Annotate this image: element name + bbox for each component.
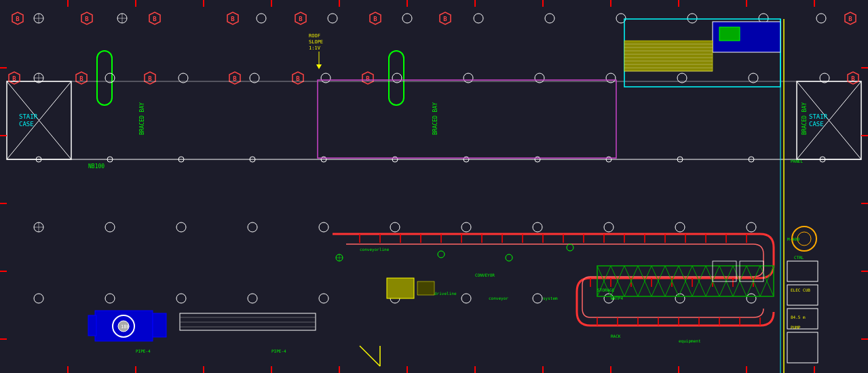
svg-text:180: 180 <box>121 324 130 330</box>
svg-text:BRACED BAY: BRACED BAY <box>801 102 808 135</box>
svg-text:ROOF: ROOF <box>309 33 320 39</box>
svg-text:B: B <box>79 75 83 82</box>
svg-text:1:1V: 1:1V <box>309 45 321 51</box>
svg-text:B: B <box>296 75 300 82</box>
svg-text:84.5 m: 84.5 m <box>791 315 806 319</box>
svg-rect-98 <box>719 27 740 41</box>
svg-text:PIPE-4: PIPE-4 <box>136 349 151 353</box>
svg-text:RACK: RACK <box>611 334 621 338</box>
svg-rect-209 <box>153 313 166 337</box>
svg-text:B: B <box>153 16 157 22</box>
svg-text:CASE: CASE <box>19 121 34 127</box>
svg-text:B: B <box>366 75 370 82</box>
svg-text:B: B <box>848 16 852 22</box>
svg-text:driveline: driveline <box>434 291 457 296</box>
svg-text:SLOPE: SLOPE <box>309 39 323 45</box>
svg-rect-210 <box>88 315 96 336</box>
svg-text:B: B <box>12 75 16 82</box>
svg-text:system: system <box>543 296 558 301</box>
svg-text:B: B <box>16 16 20 22</box>
svg-text:conveyor: conveyor <box>489 296 508 301</box>
svg-text:B: B <box>299 16 303 22</box>
svg-text:BRACED BAY: BRACED BAY <box>432 102 438 135</box>
svg-text:STORAGE: STORAGE <box>597 288 615 292</box>
svg-text:conveyorline: conveyorline <box>360 247 390 252</box>
svg-text:NB100: NB100 <box>88 163 105 170</box>
svg-text:M-400: M-400 <box>787 237 799 241</box>
svg-text:CASE: CASE <box>809 121 824 127</box>
svg-rect-99 <box>624 41 713 71</box>
svg-text:equipment: equipment <box>679 338 701 344</box>
svg-text:B: B <box>373 16 377 22</box>
svg-text:BRACED BAY: BRACED BAY <box>139 102 145 135</box>
svg-text:B: B <box>148 75 152 82</box>
svg-text:PUMP: PUMP <box>791 325 801 330</box>
svg-rect-218 <box>387 278 414 298</box>
svg-text:STAIR: STAIR <box>809 113 828 120</box>
svg-text:B: B <box>443 16 447 22</box>
svg-rect-219 <box>417 281 434 295</box>
svg-text:ELEC CUB: ELEC CUB <box>791 288 810 292</box>
svg-text:B: B <box>233 75 237 82</box>
svg-text:WWTP4: WWTP4 <box>611 296 623 300</box>
svg-text:B: B <box>231 16 235 22</box>
svg-text:PIPE-4: PIPE-4 <box>271 349 286 353</box>
cad-viewport: STAIR CASE STAIR CASE BRACED BAY BRACED … <box>0 0 868 373</box>
svg-text:PANEL: PANEL <box>791 159 803 163</box>
svg-text:STAIR: STAIR <box>19 113 38 120</box>
svg-text:CONVEYOR: CONVEYOR <box>475 273 495 277</box>
svg-text:B: B <box>85 16 89 22</box>
svg-text:CTRL: CTRL <box>794 255 804 260</box>
svg-text:B: B <box>851 75 855 82</box>
